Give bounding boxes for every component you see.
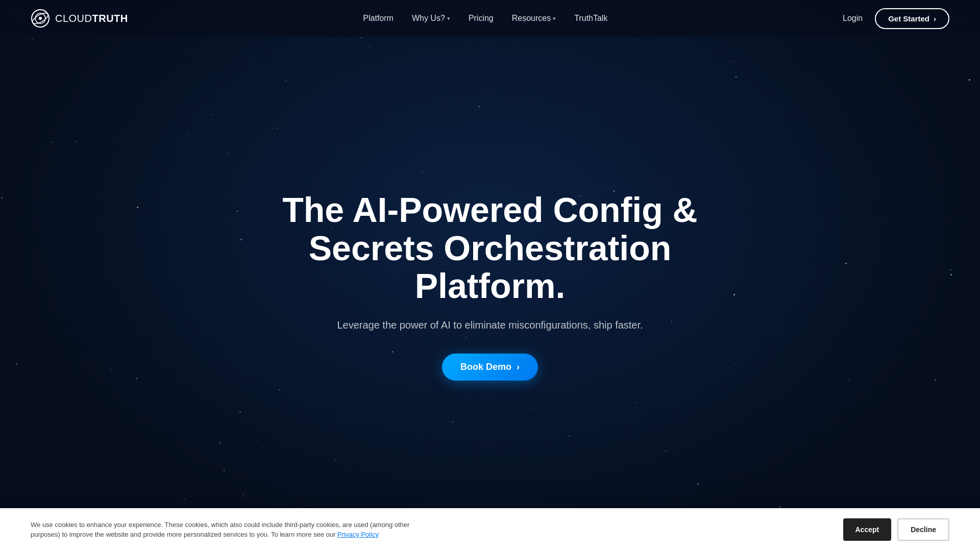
- nav-whyus[interactable]: Why Us? ▾: [412, 14, 450, 23]
- cookie-actions: Accept Decline: [843, 518, 950, 541]
- hero-section: The AI-Powered Config & Secrets Orchestr…: [0, 0, 980, 551]
- chevron-down-icon: ▾: [447, 15, 450, 22]
- nav-links: Platform Why Us? ▾ Pricing Resources ▾ T…: [363, 14, 607, 23]
- nav-actions: Login Get Started ›: [843, 8, 949, 29]
- cookie-text: We use cookies to enhance your experienc…: [31, 520, 439, 540]
- logo[interactable]: CLOUDTRUTH: [31, 9, 128, 28]
- cookie-accept-button[interactable]: Accept: [843, 518, 892, 541]
- nav-platform[interactable]: Platform: [363, 14, 394, 23]
- nav-resources[interactable]: Resources ▾: [512, 14, 556, 23]
- privacy-policy-link[interactable]: Privacy Policy: [337, 531, 379, 538]
- hero-headline: The AI-Powered Config & Secrets Orchestr…: [260, 191, 720, 305]
- arrow-icon: ›: [934, 14, 936, 23]
- nav-truthtalk[interactable]: TruthTalk: [574, 14, 607, 23]
- get-started-button[interactable]: Get Started ›: [875, 8, 949, 29]
- nav-pricing[interactable]: Pricing: [469, 14, 494, 23]
- cookie-banner: We use cookies to enhance your experienc…: [0, 508, 980, 551]
- arrow-icon: ›: [517, 362, 520, 372]
- login-link[interactable]: Login: [843, 14, 863, 23]
- chevron-down-icon: ▾: [553, 15, 556, 22]
- cookie-decline-button[interactable]: Decline: [897, 518, 949, 541]
- navigation: CLOUDTRUTH Platform Why Us? ▾ Pricing Re…: [0, 0, 980, 37]
- hero-subheadline: Leverage the power of AI to eliminate mi…: [337, 319, 643, 331]
- logo-icon: [31, 9, 50, 28]
- logo-text: CLOUDTRUTH: [55, 13, 128, 24]
- book-demo-button[interactable]: Book Demo ›: [442, 354, 538, 381]
- svg-point-3: [39, 17, 42, 20]
